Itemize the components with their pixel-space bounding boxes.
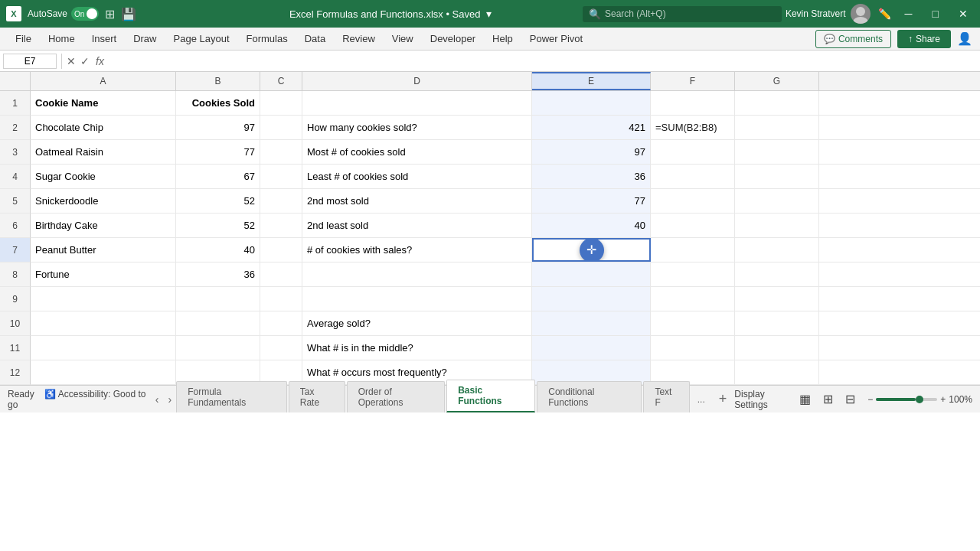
cell-e10[interactable] [532,311,651,335]
cell-d6[interactable]: 2nd least sold [302,214,532,237]
cell-a4[interactable]: Sugar Cookie [31,165,176,188]
cell-f1[interactable] [651,91,735,115]
cell-b6[interactable]: 52 [176,214,260,237]
cell-c6[interactable] [260,214,302,237]
cell-c11[interactable] [260,336,302,360]
cell-g12[interactable] [735,360,819,384]
cell-a2[interactable]: Chocolate Chip [31,116,176,139]
cell-d7[interactable]: # of cookies with sales? [302,238,532,262]
menu-view[interactable]: View [384,30,421,47]
menu-draw[interactable]: Draw [126,30,164,47]
cell-f6[interactable] [651,214,735,237]
cell-e3[interactable]: 97 [532,140,651,164]
cell-f7[interactable] [651,238,735,262]
menu-help[interactable]: Help [485,30,521,47]
cell-e4[interactable]: 36 [532,165,651,188]
cell-d2[interactable]: How many cookies sold? [302,116,532,139]
maximize-button[interactable]: □ [926,0,945,28]
cell-a8[interactable]: Fortune [31,262,176,286]
search-box[interactable]: 🔍 [583,6,782,22]
cell-f2[interactable]: =SUM(B2:B8) [651,116,735,139]
cell-f11[interactable] [651,336,735,360]
cell-b8[interactable]: 36 [176,262,260,286]
tab-order-of-operations[interactable]: Order of Operations [347,381,445,412]
tab-scroll-left[interactable]: ‹ [151,393,164,406]
cell-b11[interactable] [176,336,260,360]
comments-button[interactable]: 💬 Comments [815,30,891,48]
cell-reference[interactable] [3,54,57,69]
cell-d5[interactable]: 2nd most sold [302,189,532,213]
view-page-layout-icon[interactable]: ⊞ [823,392,833,406]
cell-f3[interactable] [651,140,735,164]
cell-e11[interactable] [532,336,651,360]
search-input[interactable] [605,8,758,19]
cell-a11[interactable] [31,336,176,360]
cell-c3[interactable] [260,140,302,164]
cell-e7[interactable]: ✛ [532,238,651,262]
cell-d1[interactable] [302,91,532,115]
more-tabs-button[interactable]: ... [691,391,711,408]
formula-input[interactable] [110,55,977,67]
minimize-button[interactable]: ─ [899,0,919,28]
cell-b2[interactable]: 97 [176,116,260,139]
cell-g1[interactable] [735,91,819,115]
cell-b1[interactable]: Cookies Sold [176,91,260,115]
cell-c9[interactable] [260,287,302,311]
view-normal-icon[interactable]: ▦ [799,392,811,406]
cell-b3[interactable]: 77 [176,140,260,164]
cell-d8[interactable] [302,262,532,286]
cell-f9[interactable] [651,287,735,311]
menu-power-pivot[interactable]: Power Pivot [522,30,590,47]
cell-a7[interactable]: Peanut Butter [31,238,176,262]
cell-a3[interactable]: Oatmeal Raisin [31,140,176,164]
cell-a10[interactable] [31,311,176,335]
cell-g10[interactable] [735,311,819,335]
cell-c8[interactable] [260,262,302,286]
cell-e5[interactable]: 77 [532,189,651,213]
view-page-break-icon[interactable]: ⊟ [845,392,855,406]
cell-b4[interactable]: 67 [176,165,260,188]
cell-e9[interactable] [532,287,651,311]
cell-d3[interactable]: Most # of cookies sold [302,140,532,164]
tab-text-f[interactable]: Text F [643,381,689,412]
tab-scroll-right[interactable]: › [164,393,177,406]
cell-g9[interactable] [735,287,819,311]
cell-g7[interactable] [735,238,819,262]
autosave-toggle[interactable]: On [71,7,99,21]
cell-d11[interactable]: What # is in the middle? [302,336,532,360]
cell-d10[interactable]: Average sold? [302,311,532,335]
cell-a5[interactable]: Snickerdoodle [31,189,176,213]
cell-g3[interactable] [735,140,819,164]
cell-a1[interactable]: Cookie Name [31,91,176,115]
cancel-icon[interactable]: ✕ [67,55,76,67]
tab-tax-rate[interactable]: Tax Rate [289,381,345,412]
cell-d4[interactable]: Least # of cookies sold [302,165,532,188]
cell-e8[interactable] [532,262,651,286]
cell-c7[interactable] [260,238,302,262]
cell-c4[interactable] [260,165,302,188]
menu-developer[interactable]: Developer [423,30,483,47]
cell-e6[interactable]: 40 [532,214,651,237]
cell-e2[interactable]: 421 [532,116,651,139]
confirm-icon[interactable]: ✓ [80,55,90,67]
zoom-slider[interactable] [876,398,937,401]
share-button[interactable]: ↑ Share [897,30,951,48]
cell-a6[interactable]: Birthday Cake [31,214,176,237]
cell-c1[interactable] [260,91,302,115]
cell-c5[interactable] [260,189,302,213]
menu-home[interactable]: Home [41,30,83,47]
cell-f10[interactable] [651,311,735,335]
cell-b10[interactable] [176,311,260,335]
cell-c10[interactable] [260,311,302,335]
menu-file[interactable]: File [8,30,39,47]
menu-formulas[interactable]: Formulas [239,30,296,47]
cell-g5[interactable] [735,189,819,213]
close-button[interactable]: ✕ [952,0,974,28]
tab-conditional-functions[interactable]: Conditional Functions [537,381,642,412]
tab-basic-functions[interactable]: Basic Functions [446,380,535,412]
cell-g2[interactable] [735,116,819,139]
cell-d9[interactable] [302,287,532,311]
cell-g8[interactable] [735,262,819,286]
cell-f5[interactable] [651,189,735,213]
cell-f8[interactable] [651,262,735,286]
